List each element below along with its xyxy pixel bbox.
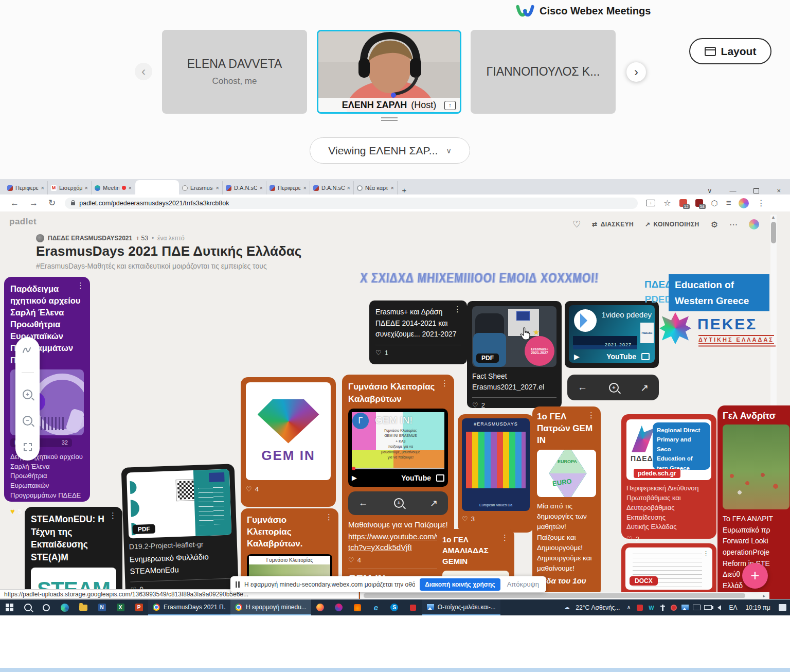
scrollbar-thumb[interactable] [364,593,745,598]
opera-button[interactable] [330,599,348,615]
tray-red-app-icon[interactable] [634,599,645,615]
hide-banner-button[interactable]: Απόκρυψη [505,580,541,588]
weather-cloud-icon[interactable]: ☁ [561,599,572,615]
attachment-name[interactable]: D19.2-Project-leaflet-gr [129,539,232,551]
back-icon[interactable]: ← [10,198,19,208]
zoom-in-icon[interactable]: + [394,498,404,508]
youtube-thumbnail[interactable]: 1video pdedey ΠΔΕΔΕ 2021-2027 ▶ YouTube [569,305,655,363]
participants-prev-button[interactable]: ‹ [135,63,152,80]
add-post-button[interactable]: + [742,563,768,589]
play-icon[interactable]: ▶ [574,352,580,361]
tab-search-icon[interactable]: ∨ [707,187,712,194]
layout-button[interactable]: Layout [689,38,771,64]
tray-volume-icon[interactable] [713,599,725,615]
like-row[interactable]: ♡ 4 [246,485,331,493]
heart-icon[interactable]: ♡ [626,535,633,543]
file-explorer-button[interactable] [74,599,93,615]
gemin-logo-image[interactable]: GEM IN [246,382,331,480]
share-button[interactable]: ↗ΚΟΙΝΟΠΟΙΗΣΗ [645,221,699,228]
tab-perifereiaki-2[interactable]: Περιφερειακή .. × [266,181,310,194]
tray-display-icon[interactable] [691,599,702,615]
tab-perifereiaki-1[interactable]: Περιφερειακή .. × [4,181,48,194]
taskbar-search-button[interactable] [19,599,37,615]
action-center-button[interactable] [775,599,790,615]
youtube-logo[interactable]: YouTube [606,352,636,361]
powerpoint-button[interactable]: P [130,599,148,615]
card-menu-icon[interactable]: ⋮ [703,550,709,557]
card-menu-icon[interactable]: ⋮ [109,511,117,520]
open-external-icon[interactable]: ↗ [640,382,649,394]
tab-erasmus-plus[interactable]: Erasmus+ × [179,181,223,194]
send-to-device-icon[interactable]: ↓ [646,200,655,206]
card-menu-icon[interactable]: ⋮ [441,379,448,388]
heart-icon[interactable]: ♡ [462,515,468,523]
cortana-button[interactable] [37,599,56,615]
padlet-logo[interactable]: padlet [9,217,37,227]
annotation-toolbar[interactable]: + − [15,337,40,461]
tab-gmail[interactable]: M Εισερχόμενα (1 × [48,181,92,194]
tray-red-circle-icon[interactable] [668,599,679,615]
taskbar-window-erasmusdays[interactable]: ErasmusDays 2021 Π... [148,599,230,615]
red-app-button[interactable] [404,599,422,615]
card-andritsaina-docx[interactable]: ⋮ DOCX ΓΕΛ ΑΝΔΡΙΤΣΑΙΝΑΣ STEAM [621,543,716,599]
zoom-in-icon[interactable]: + [609,383,619,393]
taskbar-window-minedu-active[interactable]: Η εφαρμογή minedu... [230,599,311,615]
youtube-link[interactable]: https://www.youtube.com/watch?v=yXcdk5dV… [348,531,448,554]
close-window-icon[interactable]: × [777,187,781,194]
word-cube-image[interactable]: EUROPA EURO [537,450,596,497]
tab-dansce-1[interactable]: D.A.N.sC.E. for × [223,181,266,194]
tray-webex-icon[interactable]: W [645,599,657,615]
card-menu-icon[interactable]: ⋮ [77,281,84,290]
viewing-dropdown[interactable]: Viewing ΕΛΕΝΗ ΣΑΡ... ∨ [310,137,470,164]
card-gemin-logo[interactable]: ⋮ GEM IN ♡ 4 [241,377,336,507]
youtube-embed[interactable]: Γ GEM IN! Γυμνάσιο Κλειτορίας GEM IN! ER… [348,409,448,487]
language-indicator[interactable]: ΕΛ [725,604,741,611]
close-icon[interactable]: × [391,185,394,191]
like-row[interactable]: ♡ 1 [375,349,461,357]
zoom-in-icon[interactable]: + [23,390,32,399]
heart-filled-icon[interactable]: ♥ [10,507,15,516]
expand-icon[interactable] [23,442,33,452]
skype-button[interactable]: S [385,599,404,615]
values-image[interactable]: #ERASMUSDAYS European Values Da [462,418,530,511]
excel-button[interactable]: X [111,599,130,615]
play-icon[interactable]: ▶ [352,474,357,482]
close-icon[interactable]: × [41,185,44,191]
participant-tile-elena[interactable]: ELENA DAVVETA Cohost, me [162,30,307,114]
tray-usb-icon[interactable] [657,599,668,615]
stop-sharing-button[interactable]: Διακοπή κοινής χρήσης [420,578,500,591]
tab-new-tab-page[interactable]: Νέα καρτέλα × [354,181,398,194]
close-icon[interactable]: × [303,185,307,191]
tray-expand-icon[interactable]: ∧ [623,599,634,615]
card-leaflet-pdf[interactable]: PDF D19.2-Project-leaflet-gr Ενημερωτικό… [121,464,239,599]
attachment-toolbar[interactable]: ← + ↗ [348,491,448,515]
fullscreen-icon[interactable] [436,474,444,482]
like-row[interactable]: ♡ 2 [626,535,711,543]
fullscreen-icon[interactable] [641,353,650,360]
back-icon[interactable]: ← [358,498,368,508]
participant-tile-host-video[interactable]: ΕΛΕΝΗ ΣΑΡΛΗ (Host) ↑ [317,30,461,114]
extensions-puzzle-icon[interactable]: ⬡ [711,199,718,208]
scroll-right-icon[interactable]: ▸ [763,593,765,598]
card-patras-gemin[interactable]: ⋮ 1ο ΓΕΛ Πατρών GEM IN EUROPA EURO Μία α… [532,406,601,597]
profile-avatar[interactable] [739,198,749,208]
taskbar-window-wall-speaks[interactable]: Ο-τοίχος-μιλάει.και-... [422,599,500,615]
tab-dansce-2[interactable]: D.A.N.sC.E. for × [310,181,354,194]
card-steamonedu[interactable]: ⋮ STEAMonEDU: Η Τέχνη της Εκπαίδευσης ST… [25,507,122,599]
close-icon[interactable]: × [260,185,263,191]
participants-next-button[interactable]: › [626,62,646,82]
fact-sheet-preview-image[interactable]: ★ Erasmus+ 2021-2027 PDF [472,306,556,367]
flame-app-button[interactable] [348,599,367,615]
heart-icon[interactable]: ♡ [348,556,354,564]
address-bar[interactable]: padlet.com/pdedeerasmusdays2021/trrfs3a3… [65,198,638,209]
card-menu-icon[interactable]: ⋮ [454,305,461,314]
clock[interactable]: 10:19 πμ [741,604,775,611]
attachment-toolbar[interactable]: ← + ↗ [567,375,659,400]
close-icon[interactable]: × [129,185,132,191]
more-options-icon[interactable]: ⋯ [729,220,738,229]
new-tab-button[interactable]: + [398,186,411,194]
card-menu-icon[interactable]: ⋮ [325,512,333,522]
bookmark-star-icon[interactable]: ☆ [663,198,671,208]
card-menu-icon[interactable]: ⋮ [501,533,509,542]
heart-icon[interactable]: ♡ [246,485,252,493]
